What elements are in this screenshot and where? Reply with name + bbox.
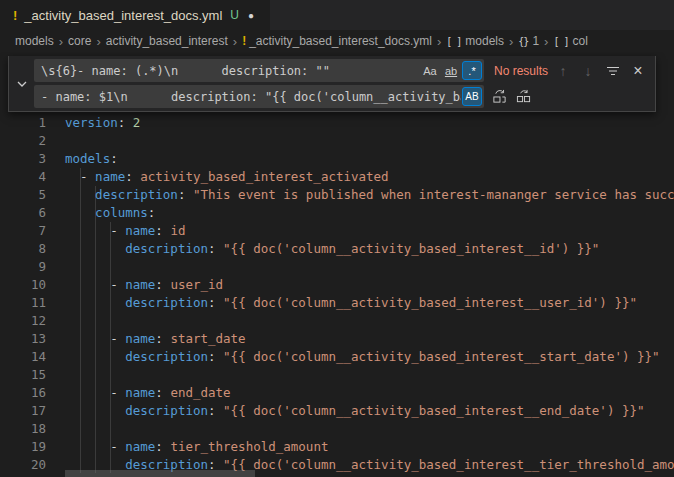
breadcrumb-label: models: [465, 34, 504, 48]
replace-action-buttons: [489, 87, 533, 107]
replace-button[interactable]: [489, 87, 509, 107]
symbol-kind-icon: {}: [518, 36, 528, 47]
warning-icon: !: [242, 34, 246, 48]
code-line[interactable]: 5 description: "This event is published …: [0, 186, 674, 204]
preserve-case-button[interactable]: AB: [462, 87, 482, 106]
line-number: 13: [0, 330, 46, 348]
line-number: 20: [0, 456, 46, 474]
breadcrumb: models›core›activity_based_interest›!_ac…: [0, 30, 674, 52]
line-number: 8: [0, 240, 46, 258]
code-line[interactable]: 13 - name: start_date: [0, 330, 674, 348]
code-line[interactable]: 9: [0, 258, 674, 276]
code-text: description: "{{ doc('column__activity_b…: [46, 294, 637, 312]
find-input[interactable]: \s{6}- name: (.*)\n description: "" Aa a…: [34, 59, 484, 82]
line-number: 18: [0, 420, 46, 438]
line-number: 7: [0, 222, 46, 240]
breadcrumb-separator-icon: ›: [544, 35, 548, 48]
find-nav-buttons: ↑ ↓ ×: [553, 61, 651, 81]
breadcrumb-item[interactable]: activity_based_interest: [106, 34, 228, 48]
code-line[interactable]: 14 description: "{{ doc('column__activit…: [0, 348, 674, 366]
whole-word-button[interactable]: ab: [441, 61, 461, 80]
code-text: - name: activity_based_interest_activate…: [46, 168, 389, 186]
horizontal-scrollbar-thumb[interactable]: [65, 470, 255, 477]
line-number: 15: [0, 366, 46, 384]
code-text: [46, 132, 65, 150]
code-text: [46, 312, 65, 330]
tab-bar: ! _activity_based_interest_docs.yml U ●: [0, 0, 674, 30]
breadcrumb-item[interactable]: !_activity_based_interest_docs.yml: [242, 34, 432, 48]
code-text: columns:: [46, 204, 155, 222]
code-line[interactable]: 2: [0, 132, 674, 150]
replace-input[interactable]: - name: $1\n description: "{{ doc('colum…: [34, 85, 484, 108]
code-line[interactable]: 1version: 2: [0, 114, 674, 132]
line-number: 5: [0, 186, 46, 204]
code-line[interactable]: 16 - name: end_date: [0, 384, 674, 402]
code-line[interactable]: 17 description: "{{ doc('column__activit…: [0, 402, 674, 420]
tab-activity-based-interest-docs[interactable]: ! _activity_based_interest_docs.yml U ●: [0, 0, 270, 30]
line-number: 6: [0, 204, 46, 222]
symbol-kind-icon: [ ]: [446, 36, 461, 47]
breadcrumb-separator-icon: ›: [96, 35, 100, 48]
breadcrumb-item[interactable]: {}1: [518, 34, 539, 48]
code-line[interactable]: 12: [0, 312, 674, 330]
code-line[interactable]: 8 description: "{{ doc('column__activity…: [0, 240, 674, 258]
breadcrumb-item[interactable]: [ ]col: [553, 34, 587, 48]
find-input-value: \s{6}- name: (.*)\n description: "": [41, 64, 419, 78]
close-find-button[interactable]: ×: [628, 61, 648, 81]
code-line[interactable]: 19 - name: tier_threshold_amount: [0, 438, 674, 456]
find-replace-widget: \s{6}- name: (.*)\n description: "" Aa a…: [8, 56, 656, 112]
line-number: 17: [0, 402, 46, 420]
next-match-button[interactable]: ↓: [578, 61, 598, 81]
line-number: 19: [0, 438, 46, 456]
code-line[interactable]: 7 - name: id: [0, 222, 674, 240]
code-lines: 1version: 223models:4 - name: activity_b…: [0, 114, 674, 474]
match-case-button[interactable]: Aa: [420, 61, 440, 80]
editor-pane: \s{6}- name: (.*)\n description: "" Aa a…: [0, 52, 674, 477]
breadcrumb-separator-icon: ›: [233, 35, 237, 48]
code-line[interactable]: 4 - name: activity_based_interest_activa…: [0, 168, 674, 186]
find-in-selection-button[interactable]: [603, 61, 623, 81]
breadcrumb-label: 1: [532, 34, 539, 48]
toggle-replace-button[interactable]: [9, 56, 34, 111]
code-text: - name: start_date: [46, 330, 246, 348]
code-line[interactable]: 10 - name: user_id: [0, 276, 674, 294]
code-line[interactable]: 15: [0, 366, 674, 384]
code-line[interactable]: 6 columns:: [0, 204, 674, 222]
replace-all-icon: [516, 89, 531, 104]
regex-button[interactable]: .*: [462, 61, 482, 80]
code-text: [46, 420, 65, 438]
code-text: - name: id: [46, 222, 185, 240]
line-number: 10: [0, 276, 46, 294]
breadcrumb-separator-icon: ›: [59, 35, 63, 48]
line-number: 16: [0, 384, 46, 402]
code-line[interactable]: 11 description: "{{ doc('column__activit…: [0, 294, 674, 312]
find-results-message: No results: [494, 64, 548, 78]
code-text: [46, 366, 65, 384]
find-row: \s{6}- name: (.*)\n description: "" Aa a…: [34, 59, 651, 82]
modified-dot-icon[interactable]: ●: [248, 10, 254, 21]
breadcrumb-label: _activity_based_interest_docs.yml: [249, 34, 432, 48]
symbol-kind-icon: [ ]: [553, 36, 568, 47]
code-text: description: "{{ doc('column__activity_b…: [46, 348, 660, 366]
yaml-warning-file-icon: !: [13, 8, 17, 23]
breadcrumb-label: core: [68, 34, 91, 48]
code-text: description: "This event is published wh…: [46, 186, 674, 204]
line-number: 12: [0, 312, 46, 330]
breadcrumb-label: col: [572, 34, 587, 48]
breadcrumb-item[interactable]: core: [68, 34, 91, 48]
line-number: 9: [0, 258, 46, 276]
breadcrumb-item[interactable]: models: [15, 34, 54, 48]
chevron-down-icon: [16, 78, 28, 90]
line-number: 4: [0, 168, 46, 186]
replace-all-button[interactable]: [513, 87, 533, 107]
breadcrumb-item[interactable]: [ ]models: [446, 34, 504, 48]
code-line[interactable]: 18: [0, 420, 674, 438]
code-text: [46, 258, 65, 276]
code-text: description: "{{ doc('column__activity_b…: [46, 240, 599, 258]
line-number: 14: [0, 348, 46, 366]
replace-icon: [492, 89, 507, 104]
previous-match-button[interactable]: ↑: [553, 61, 573, 81]
breadcrumb-separator-icon: ›: [509, 35, 513, 48]
tab-title: _activity_based_interest_docs.yml: [24, 8, 222, 23]
code-line[interactable]: 3models:: [0, 150, 674, 168]
